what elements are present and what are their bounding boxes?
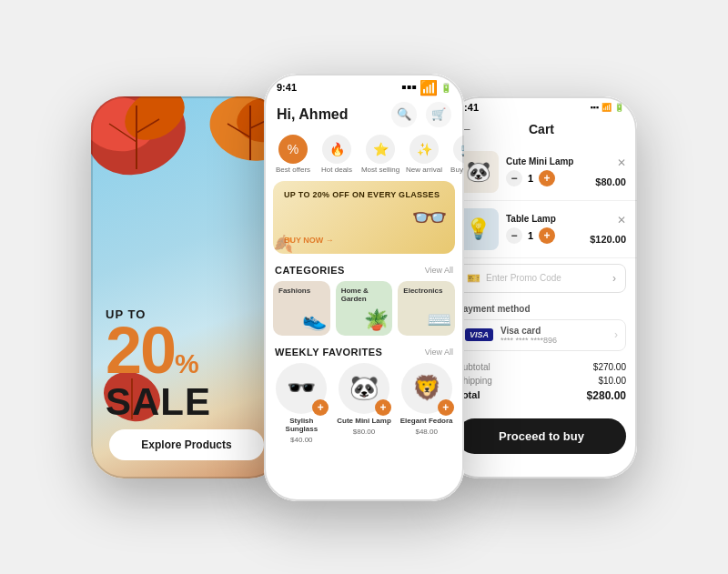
- subtotal-value: $270.00: [593, 362, 626, 372]
- table-lamp-cart-price: $120.00: [590, 234, 626, 245]
- tab-hot-deals[interactable]: 🔥 Hot deals: [317, 135, 357, 174]
- fashion-emoji: 👟: [302, 308, 327, 332]
- weekly-item-sunglass: 🕶️ + Stylish Sunglass $40.00: [273, 363, 330, 444]
- grand-total-row: Total $280.00: [457, 389, 626, 402]
- center-header: Hi, Ahmed 🔍 🛒: [264, 98, 464, 135]
- category-tabs: % Best offers 🔥 Hot deals ⭐ Most selling…: [264, 135, 464, 181]
- header-icons: 🔍 🛒: [391, 102, 451, 127]
- right-status-bar: 9:41 ▪▪▪ 📶 🔋: [446, 96, 637, 115]
- shipping-row: Shipping $10.00: [457, 376, 626, 386]
- sale-word: SALE: [106, 380, 268, 424]
- tab-most-selling[interactable]: ⭐ Most selling: [360, 135, 400, 174]
- best-offers-icon: %: [278, 135, 308, 164]
- banner-glasses-icon: 👓: [411, 200, 448, 235]
- weekly-favorites-list: 🕶️ + Stylish Sunglass $40.00 🐼 + Cute Mi…: [264, 363, 464, 451]
- shipping-value: $10.00: [598, 376, 626, 386]
- most-selling-label: Most selling: [361, 166, 399, 174]
- hot-deals-icon: 🔥: [322, 135, 351, 164]
- weekly-title: WEEKLY FAVORITES: [275, 347, 382, 357]
- proceed-to-buy-button[interactable]: Proceed to buy: [457, 418, 626, 454]
- categories-section-header: CATEGORIES View All: [264, 261, 464, 281]
- payment-label: Payment method: [457, 304, 626, 314]
- right-status-icons: ▪▪▪ 📶 🔋: [590, 103, 624, 112]
- cat-card-fashion[interactable]: Fashions 👟: [273, 281, 330, 336]
- promo-banner[interactable]: UP TO 20% OFF ON EVERY GLASSES BUY NOW →…: [273, 181, 455, 254]
- promo-code-row[interactable]: 🎫 Enter Promo Code ›: [457, 264, 626, 293]
- table-lamp-qty-plus[interactable]: +: [539, 227, 555, 244]
- fedora-name: Elegant Fedora: [400, 417, 453, 425]
- sunglass-add-btn[interactable]: +: [312, 399, 329, 416]
- right-battery-icon: 🔋: [614, 103, 624, 112]
- best-offers-label: Best offers: [276, 166, 310, 174]
- cat-card-garden[interactable]: Home & Garden 🪴: [336, 281, 393, 336]
- categories-view-all[interactable]: View All: [425, 266, 453, 275]
- card-number: **** **** ****896: [500, 336, 607, 345]
- table-lamp-qty-control: − 1 +: [506, 227, 582, 244]
- fedora-price: $48.00: [415, 428, 437, 436]
- center-phone: 9:41 ▪▪▪ 📶 🔋 Hi, Ahmed 🔍 🛒 %: [264, 74, 464, 501]
- cart-header: ← Cart: [446, 115, 637, 144]
- payment-section: Payment method VISA Visa card **** **** …: [446, 298, 637, 357]
- search-icon-btn[interactable]: 🔍: [391, 102, 417, 127]
- visa-badge: VISA: [465, 328, 493, 341]
- lamp-price: $80.00: [353, 428, 375, 436]
- card-name: Visa card: [500, 326, 607, 336]
- fedora-add-btn[interactable]: +: [438, 399, 454, 416]
- lamp-cart-name: Cute Mini Lamp: [506, 156, 588, 166]
- promo-ticket-icon: 🎫: [467, 272, 480, 285]
- cart-item-table-lamp: 💡 Table Lamp − 1 + ✕ $120.00: [446, 201, 637, 258]
- table-lamp-qty-num: 1: [528, 230, 533, 241]
- right-signal-icon: ▪▪▪: [590, 103, 599, 112]
- garden-emoji: 🪴: [364, 308, 389, 332]
- table-lamp-qty-minus[interactable]: −: [506, 227, 522, 244]
- hot-deals-label: Hot deals: [321, 166, 352, 174]
- sale-percent: 20: [106, 321, 175, 380]
- grand-total-value: $280.00: [587, 389, 626, 402]
- lamp-add-btn[interactable]: +: [375, 399, 391, 416]
- garden-label: Home & Garden: [341, 287, 393, 303]
- battery-icon: 🔋: [440, 83, 451, 93]
- tab-new-arrival[interactable]: ✨ New arrival: [404, 135, 444, 174]
- promo-arrow-icon: ›: [612, 272, 616, 285]
- lamp-remove-btn[interactable]: ✕: [617, 156, 626, 169]
- weekly-item-lamp: 🐼 + Cute Mini Lamp $80.00: [336, 363, 393, 444]
- lamp-qty-minus[interactable]: −: [506, 170, 522, 186]
- table-lamp-cart-name: Table Lamp: [506, 214, 582, 224]
- fashion-label: Fashions: [278, 287, 310, 295]
- banner-text: UP TO 20% OFF ON EVERY GLASSES: [284, 190, 444, 199]
- sunglass-img: 🕶️ +: [276, 363, 327, 414]
- explore-button[interactable]: Explore Products: [109, 429, 264, 460]
- electronics-label: Electronics: [403, 287, 442, 295]
- tab-buy-again[interactable]: 🛒 Buy it ag...: [448, 135, 464, 174]
- cart-title: Cart: [529, 122, 554, 136]
- weekly-item-fedora: 🦁 + Elegant Fedora $48.00: [398, 363, 455, 444]
- center-time: 9:41: [277, 82, 297, 93]
- table-lamp-cart-info: Table Lamp − 1 +: [506, 214, 582, 244]
- center-status-icons: ▪▪▪ 📶 🔋: [401, 79, 451, 96]
- banner-leaves-icon: 🍂: [273, 234, 293, 254]
- sunglass-price: $40.00: [290, 436, 312, 444]
- most-selling-icon: ⭐: [366, 135, 395, 164]
- lamp-cart-price: $80.00: [595, 176, 626, 187]
- electronics-emoji: ⌨️: [427, 308, 451, 332]
- buy-again-label: Buy it ag...: [450, 166, 464, 174]
- center-status-bar: 9:41 ▪▪▪ 📶 🔋: [264, 74, 464, 98]
- new-arrival-label: New arrival: [406, 166, 442, 174]
- buy-again-icon: 🛒: [453, 135, 464, 164]
- payment-card[interactable]: VISA Visa card **** **** ****896 ›: [457, 319, 626, 351]
- cart-icon-btn[interactable]: 🛒: [426, 102, 451, 127]
- card-arrow-icon: ›: [614, 328, 618, 341]
- table-lamp-cart-right: ✕ $120.00: [590, 214, 626, 245]
- card-details: Visa card **** **** ****896: [500, 326, 607, 345]
- tab-best-offers[interactable]: % Best offers: [273, 135, 313, 174]
- table-lamp-remove-btn[interactable]: ✕: [617, 214, 626, 227]
- sale-content: UP TO 20 % SALE: [106, 307, 268, 424]
- banner-cta: BUY NOW →: [284, 236, 444, 245]
- wifi-icon: 📶: [420, 79, 438, 96]
- promo-code-input[interactable]: Enter Promo Code: [486, 273, 607, 283]
- cat-card-electronics[interactable]: Electronics ⌨️: [398, 281, 455, 336]
- left-phone: UP TO 20 % SALE Explore Products: [91, 96, 282, 478]
- lamp-qty-plus[interactable]: +: [539, 170, 555, 186]
- subtotal-row: Subtotal $270.00: [457, 362, 626, 372]
- weekly-view-all[interactable]: View All: [425, 347, 453, 357]
